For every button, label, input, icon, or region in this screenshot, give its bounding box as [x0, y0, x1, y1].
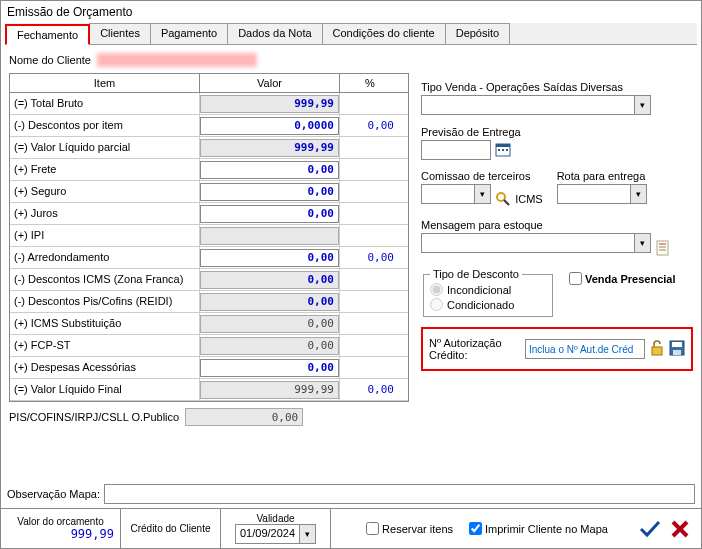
svg-rect-3 — [502, 149, 504, 151]
rota-label: Rota para entrega — [557, 170, 647, 182]
valor-input — [200, 271, 339, 289]
calendar-icon[interactable] — [494, 141, 512, 159]
chevron-down-icon: ▾ — [634, 234, 650, 252]
unlock-icon[interactable] — [649, 340, 665, 358]
chevron-down-icon: ▾ — [634, 96, 650, 114]
pct-value: 0,00 — [342, 383, 398, 396]
pis-value[interactable] — [185, 408, 303, 426]
svg-rect-13 — [672, 342, 682, 347]
radio-incondicional-label: Incondicional — [447, 284, 511, 296]
valor-input[interactable] — [200, 183, 339, 201]
row-label: (+) Frete — [10, 159, 200, 180]
grid-row: (+) Frete — [10, 159, 408, 181]
imprimir-checkbox[interactable] — [469, 522, 482, 535]
svg-point-5 — [497, 193, 505, 201]
valor-input[interactable] — [200, 249, 339, 267]
observ-input[interactable] — [104, 484, 695, 504]
row-label: (-) Descontos por item — [10, 115, 200, 136]
row-label: (=) Total Bruto — [10, 93, 200, 114]
svg-rect-2 — [498, 149, 500, 151]
tab-dados-da-nota[interactable]: Dados da Nota — [227, 23, 322, 44]
valor-input[interactable] — [200, 359, 339, 377]
grid-row: (-) Descontos Pis/Cofins (REIDI) — [10, 291, 408, 313]
grid-row: (-) Arredondamento0,00 — [10, 247, 408, 269]
row-label: (+) ICMS Substituição — [10, 313, 200, 334]
row-label: (-) Descontos Pis/Cofins (REIDI) — [10, 291, 200, 312]
previsao-label: Previsão de Entrega — [421, 126, 693, 138]
footer-valor-label: Valor do orcamento — [7, 516, 114, 527]
validade-datepicker[interactable]: 01/09/2024 ▾ — [235, 524, 316, 544]
row-label: (=) Valor Líquido parcial — [10, 137, 200, 158]
row-label: (+) FCP-ST — [10, 335, 200, 356]
svg-rect-1 — [496, 144, 510, 147]
row-label: (-) Arredondamento — [10, 247, 200, 268]
grid-row: (-) Descontos por item0,00 — [10, 115, 408, 137]
tab-depósito[interactable]: Depósito — [445, 23, 510, 44]
pis-label: PIS/COFINS/IRPJ/CSLL O.Publico — [9, 411, 179, 423]
comissao-combo[interactable]: ▾ — [421, 184, 491, 204]
previsao-input[interactable] — [421, 140, 491, 160]
valor-input[interactable] — [200, 161, 339, 179]
reservar-checkbox[interactable] — [366, 522, 379, 535]
grid-row: (-) Descontos ICMS (Zona Franca) — [10, 269, 408, 291]
grid-row: (=) Valor Líquido Final0,00 — [10, 379, 408, 401]
valor-input[interactable] — [200, 205, 339, 223]
grid-row: (+) ICMS Substituição — [10, 313, 408, 335]
save-icon[interactable] — [669, 340, 685, 358]
radio-condicionado-label: Condicionado — [447, 299, 514, 311]
mensagem-combo[interactable]: ▾ — [421, 233, 651, 253]
radio-incondicional[interactable] — [430, 283, 443, 296]
radio-condicionado[interactable] — [430, 298, 443, 311]
col-header-item: Item — [10, 74, 200, 92]
svg-rect-11 — [652, 347, 662, 355]
mensagem-label: Mensagem para estoque — [421, 219, 693, 231]
footer-credito-label: Crédito do Cliente — [127, 523, 214, 534]
venda-presencial-checkbox[interactable] — [569, 272, 582, 285]
reservar-label: Reservar itens — [382, 523, 453, 535]
icms-label: ICMS — [515, 193, 543, 205]
chevron-down-icon: ▾ — [474, 185, 490, 203]
valor-input — [200, 293, 339, 311]
footer-valor-value: 999,99 — [7, 527, 114, 541]
valor-input — [200, 315, 339, 333]
row-label: (-) Descontos ICMS (Zona Franca) — [10, 269, 200, 290]
venda-presencial-label: Venda Presencial — [585, 273, 676, 285]
tab-pagamento[interactable]: Pagamento — [150, 23, 228, 44]
row-label: (+) Juros — [10, 203, 200, 224]
comissao-label: Comissao de terceiros — [421, 170, 543, 182]
auth-input[interactable] — [525, 339, 645, 359]
col-header-pct: % — [340, 74, 400, 92]
row-label: (+) IPI — [10, 225, 200, 246]
tab-clientes[interactable]: Clientes — [89, 23, 151, 44]
grid-row: (+) Juros — [10, 203, 408, 225]
observ-label: Observação Mapa: — [7, 488, 100, 500]
tab-fechamento[interactable]: Fechamento — [5, 24, 90, 45]
grid-row: (+) Seguro — [10, 181, 408, 203]
valor-input[interactable] — [200, 117, 339, 135]
pct-value: 0,00 — [342, 251, 398, 264]
auth-label: Nº Autorização Crédito: — [429, 337, 521, 361]
client-label: Nome do Cliente — [9, 54, 91, 66]
note-icon[interactable] — [654, 240, 672, 258]
grid-row: (+) FCP-ST — [10, 335, 408, 357]
tipo-venda-combo[interactable]: ▾ — [421, 95, 651, 115]
tab-condições-do-cliente[interactable]: Condições do cliente — [322, 23, 446, 44]
svg-rect-4 — [506, 149, 508, 151]
svg-rect-14 — [673, 350, 681, 355]
cancel-button[interactable] — [671, 520, 689, 538]
confirm-button[interactable] — [639, 520, 661, 538]
rota-combo[interactable]: ▾ — [557, 184, 647, 204]
valor-input — [200, 337, 339, 355]
row-label: (=) Valor Líquido Final — [10, 379, 200, 400]
svg-line-6 — [504, 200, 509, 205]
tipo-desconto-group: Tipo de Desconto Incondicional Condicion… — [423, 268, 553, 317]
grid-row: (=) Total Bruto — [10, 93, 408, 115]
valor-input — [200, 227, 339, 245]
window-title: Emissão de Orçamento — [1, 1, 701, 23]
grid-row: (=) Valor Líquido parcial — [10, 137, 408, 159]
search-icon[interactable] — [494, 191, 512, 209]
auth-box: Nº Autorização Crédito: — [421, 327, 693, 371]
values-grid: Item Valor % (=) Total Bruto(-) Desconto… — [9, 73, 409, 402]
row-label: (+) Seguro — [10, 181, 200, 202]
chevron-down-icon: ▾ — [299, 525, 315, 543]
